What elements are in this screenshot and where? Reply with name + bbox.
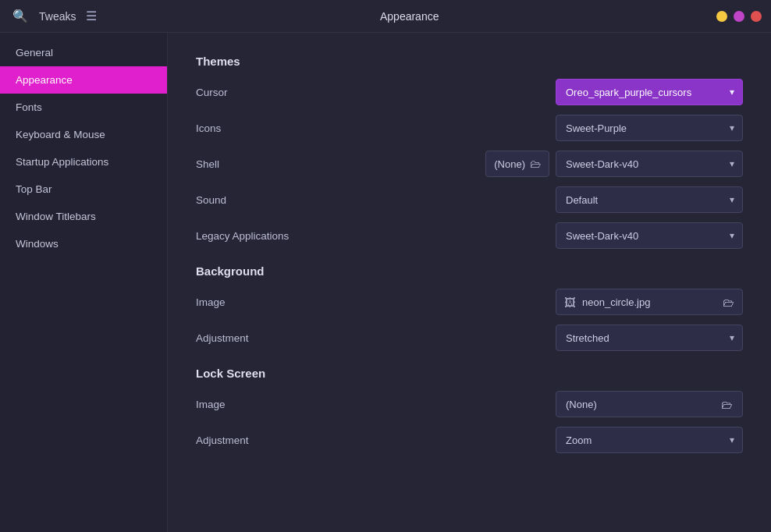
bg-adjustment-row: Adjustment Stretched ▾ xyxy=(196,325,743,351)
icons-dropdown[interactable]: Sweet-Purple ▾ xyxy=(556,115,743,141)
legacy-apps-control: Sweet-Dark-v40 ▾ xyxy=(352,222,743,249)
cursor-dropdown[interactable]: Oreo_spark_purple_cursors ▾ xyxy=(556,79,743,105)
menu-icon: ☰ xyxy=(86,9,97,23)
bg-adjustment-dropdown-arrow: ▾ xyxy=(730,332,734,343)
legacy-apps-value: Sweet-Dark-v40 xyxy=(566,230,723,242)
ls-image-label: Image xyxy=(196,399,352,410)
ls-image-control: (None) 🗁 xyxy=(352,391,743,417)
sound-dropdown-arrow: ▾ xyxy=(730,194,734,205)
sidebar-item-appearance[interactable]: Appearance xyxy=(0,66,167,94)
sound-control: Default ▾ xyxy=(352,186,743,213)
legacy-apps-label: Legacy Applications xyxy=(196,230,352,242)
ls-adjustment-row: Adjustment Zoom ▾ xyxy=(196,427,743,453)
bg-image-label: Image xyxy=(196,296,352,308)
themes-section-header: Themes xyxy=(196,55,743,68)
app-body: General Appearance Fonts Keyboard & Mous… xyxy=(0,33,771,532)
sound-dropdown[interactable]: Default ▾ xyxy=(556,186,743,213)
cursor-label: Cursor xyxy=(196,87,352,98)
menu-button[interactable]: ☰ xyxy=(80,5,102,27)
app-name: Tweaks xyxy=(39,10,76,23)
ls-adjustment-control: Zoom ▾ xyxy=(352,427,743,453)
sidebar-item-fonts[interactable]: Fonts xyxy=(0,94,167,121)
bg-image-value: neon_circle.jpg xyxy=(582,296,650,308)
window-title: Appearance xyxy=(102,10,716,23)
icons-value: Sweet-Purple xyxy=(566,122,723,134)
sound-label: Sound xyxy=(196,194,352,206)
ls-adjustment-dropdown-arrow: ▾ xyxy=(730,434,734,445)
icons-dropdown-arrow: ▾ xyxy=(730,122,734,133)
cursor-value: Oreo_spark_purple_cursors xyxy=(566,87,723,98)
ls-adjustment-dropdown[interactable]: Zoom ▾ xyxy=(556,427,743,453)
shell-value: Sweet-Dark-v40 xyxy=(566,158,723,170)
bg-image-row: Image 🖼 neon_circle.jpg 🗁 xyxy=(196,289,743,315)
sidebar-item-windows[interactable]: Windows xyxy=(0,230,167,257)
bg-image-icon: 🖼 xyxy=(564,296,576,309)
bg-image-field[interactable]: 🖼 neon_circle.jpg 🗁 xyxy=(556,289,743,315)
shell-row: Shell (None) 🗁 Sweet-Dark-v40 ▾ xyxy=(196,151,743,177)
sidebar-item-window-titlebars[interactable]: Window Titlebars xyxy=(0,203,167,230)
ls-browse-icon[interactable]: 🗁 xyxy=(721,398,733,411)
sidebar-item-top-bar[interactable]: Top Bar xyxy=(0,176,167,203)
maximize-button[interactable] xyxy=(734,11,744,22)
bg-adjustment-label: Adjustment xyxy=(196,332,352,344)
ls-image-row: Image (None) 🗁 xyxy=(196,391,743,417)
ls-adjustment-label: Adjustment xyxy=(196,434,352,446)
lock-screen-section-header: Lock Screen xyxy=(196,367,743,380)
shell-dropdown-arrow: ▾ xyxy=(730,158,734,169)
shell-control: (None) 🗁 Sweet-Dark-v40 ▾ xyxy=(352,151,743,177)
icons-control: Sweet-Purple ▾ xyxy=(352,115,743,141)
icons-label: Icons xyxy=(196,122,352,134)
shell-label: Shell xyxy=(196,158,352,170)
bg-adjustment-value: Stretched xyxy=(566,332,723,344)
sidebar: General Appearance Fonts Keyboard & Mous… xyxy=(0,33,168,532)
cursor-row: Cursor Oreo_spark_purple_cursors ▾ xyxy=(196,79,743,105)
bg-browse-icon[interactable]: 🗁 xyxy=(723,296,734,309)
main-content: Themes Cursor Oreo_spark_purple_cursors … xyxy=(168,33,771,532)
search-button[interactable]: 🔍 xyxy=(9,5,31,27)
ls-image-field[interactable]: (None) 🗁 xyxy=(556,391,743,417)
shell-none-button[interactable]: (None) 🗁 xyxy=(485,151,549,177)
sound-value: Default xyxy=(566,194,723,206)
shell-folder-icon: 🗁 xyxy=(530,158,541,170)
sidebar-item-keyboard-mouse[interactable]: Keyboard & Mouse xyxy=(0,121,167,148)
cursor-dropdown-arrow: ▾ xyxy=(730,87,734,98)
sound-row: Sound Default ▾ xyxy=(196,186,743,213)
search-icon: 🔍 xyxy=(12,9,28,23)
window-controls xyxy=(716,11,762,22)
cursor-control: Oreo_spark_purple_cursors ▾ xyxy=(352,79,743,105)
sidebar-item-general[interactable]: General xyxy=(0,39,167,66)
bg-image-control: 🖼 neon_circle.jpg 🗁 xyxy=(352,289,743,315)
bg-adjustment-control: Stretched ▾ xyxy=(352,325,743,351)
shell-none-text: (None) xyxy=(494,158,525,170)
ls-image-value: (None) xyxy=(566,399,597,410)
bg-adjustment-dropdown[interactable]: Stretched ▾ xyxy=(556,325,743,351)
minimize-button[interactable] xyxy=(716,11,727,22)
sidebar-item-startup-applications[interactable]: Startup Applications xyxy=(0,148,167,176)
legacy-apps-row: Legacy Applications Sweet-Dark-v40 ▾ xyxy=(196,222,743,249)
shell-dropdown[interactable]: Sweet-Dark-v40 ▾ xyxy=(556,151,743,177)
background-section-header: Background xyxy=(196,264,743,278)
titlebar: 🔍 Tweaks ☰ Appearance xyxy=(0,0,771,33)
ls-adjustment-value: Zoom xyxy=(566,434,723,446)
close-button[interactable] xyxy=(751,11,762,22)
icons-row: Icons Sweet-Purple ▾ xyxy=(196,115,743,141)
legacy-apps-dropdown-arrow: ▾ xyxy=(730,230,734,241)
legacy-apps-dropdown[interactable]: Sweet-Dark-v40 ▾ xyxy=(556,222,743,249)
